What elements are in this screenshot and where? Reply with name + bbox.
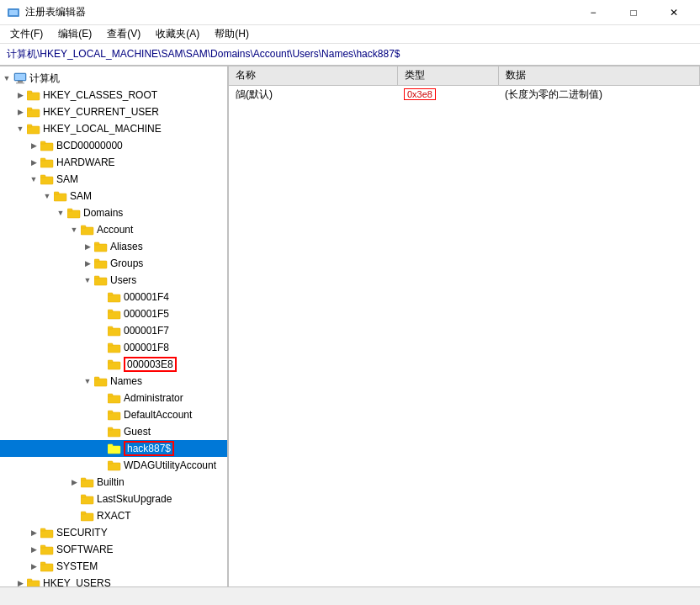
expander-sam2[interactable] xyxy=(40,189,54,203)
svg-rect-83 xyxy=(81,512,86,514)
main-content: 计算机 HKEY_CLASSES_ROOT HKEY_CURRENT_USER … xyxy=(0,66,700,586)
expander-lastsku[interactable] xyxy=(67,492,81,506)
expander-admin[interactable] xyxy=(94,391,108,405)
folder-icon-hklm xyxy=(27,122,40,135)
tree-item-hkcr[interactable]: HKEY_CLASSES_ROOT xyxy=(0,87,227,103)
svg-rect-20 xyxy=(40,158,45,161)
close-button[interactable]: ✕ xyxy=(655,0,693,25)
expander-hardware[interactable] xyxy=(27,156,40,169)
expander-sam[interactable] xyxy=(27,172,40,186)
tree-item-software[interactable]: SOFTWARE xyxy=(0,541,227,558)
tree-item-hkcu[interactable]: HKEY_CURRENT_USER xyxy=(0,103,227,120)
expander-bcd[interactable] xyxy=(27,139,40,152)
tree-item-computer[interactable]: 计算机 xyxy=(0,70,227,87)
tree-item-u1f5[interactable]: 000001F5 xyxy=(0,305,227,322)
menu-view[interactable]: 查看(V) xyxy=(100,25,147,43)
expander-aliases[interactable] xyxy=(81,240,94,253)
svg-rect-17 xyxy=(40,141,45,144)
tree-item-hack887[interactable]: hack887$ xyxy=(0,440,227,457)
expander-u1f7[interactable] xyxy=(94,324,108,337)
tree-label-hardware: HARDWARE xyxy=(56,157,115,168)
svg-rect-64 xyxy=(108,412,120,420)
expander-computer[interactable] xyxy=(0,72,13,85)
tree-item-account[interactable]: Account xyxy=(0,221,227,238)
col-header-type: 类型 xyxy=(397,66,498,85)
tree-label-security: SECURITY xyxy=(56,527,108,539)
expander-security[interactable] xyxy=(27,526,40,539)
tree-item-wdag[interactable]: WDAGUtilityAccount xyxy=(0,457,227,474)
type-badge: 0x3e8 xyxy=(404,88,436,100)
expander-hkcu[interactable] xyxy=(13,105,27,119)
expander-defacc[interactable] xyxy=(94,408,108,422)
menu-edit[interactable]: 编辑(E) xyxy=(51,25,98,43)
tree-item-domains[interactable]: Domains xyxy=(0,204,227,221)
svg-rect-95 xyxy=(27,579,32,581)
menu-favorites[interactable]: 收藏夹(A) xyxy=(149,25,206,43)
folder-icon-rxact xyxy=(81,509,94,523)
expander-names[interactable] xyxy=(81,374,94,388)
tree-item-u1f7[interactable]: 000001F7 xyxy=(0,322,227,339)
table-row[interactable]: 鵮(默认)0x3e8(长度为零的二进制值) xyxy=(229,85,700,103)
expander-u1f8[interactable] xyxy=(94,341,108,354)
tree-item-admin[interactable]: Administrator xyxy=(0,390,227,406)
expander-hkcr[interactable] xyxy=(13,88,27,102)
menu-help[interactable]: 帮助(H) xyxy=(208,25,256,43)
tree-item-defacc[interactable]: DefaultAccount xyxy=(0,406,227,423)
tree-item-sam2[interactable]: SAM xyxy=(0,188,227,204)
expander-hku[interactable] xyxy=(13,576,27,586)
tree-item-u3e8[interactable]: 000003E8 xyxy=(0,356,227,373)
tree-item-hardware[interactable]: HARDWARE xyxy=(0,154,227,171)
tree-item-users[interactable]: Users xyxy=(0,272,227,289)
tree-label-guest: Guest xyxy=(124,426,151,438)
expander-wdag[interactable] xyxy=(94,459,108,472)
svg-rect-85 xyxy=(40,530,53,538)
app-icon xyxy=(7,6,20,19)
svg-rect-31 xyxy=(81,227,93,235)
tree-item-security[interactable]: SECURITY xyxy=(0,524,227,541)
tree-item-u1f8[interactable]: 000001F8 xyxy=(0,339,227,356)
tree-item-hklm[interactable]: HKEY_LOCAL_MACHINE xyxy=(0,120,227,137)
tree-item-aliases[interactable]: Aliases xyxy=(0,238,227,255)
tree-item-u1f4[interactable]: 000001F4 xyxy=(0,289,227,305)
tree-item-lastsku[interactable]: LastSkuUpgrade xyxy=(0,491,227,507)
minimize-button[interactable]: − xyxy=(574,0,612,25)
tree-item-hku[interactable]: HKEY_USERS xyxy=(0,575,227,586)
svg-rect-65 xyxy=(108,411,113,413)
expander-system[interactable] xyxy=(27,560,40,573)
svg-rect-49 xyxy=(108,328,120,336)
expander-u3e8[interactable] xyxy=(94,358,108,371)
expander-builtin[interactable] xyxy=(67,475,81,489)
tree-item-sam[interactable]: SAM xyxy=(0,171,227,188)
expander-account[interactable] xyxy=(67,223,81,236)
svg-rect-92 xyxy=(40,562,45,565)
folder-icon-system xyxy=(40,560,54,573)
svg-rect-82 xyxy=(81,513,93,521)
expander-domains[interactable] xyxy=(54,206,67,220)
expander-hack887[interactable] xyxy=(94,442,108,455)
svg-rect-56 xyxy=(108,360,113,363)
tree-item-names[interactable]: Names xyxy=(0,373,227,390)
expander-rxact[interactable] xyxy=(67,509,81,523)
tree-item-guest[interactable]: Guest xyxy=(0,423,227,440)
maximize-button[interactable]: □ xyxy=(614,0,653,25)
tree-item-builtin[interactable]: Builtin xyxy=(0,474,227,491)
expander-users[interactable] xyxy=(81,273,94,287)
tree-label-hkcr: HKEY_CLASSES_ROOT xyxy=(43,89,157,101)
title-bar-controls: − □ ✕ xyxy=(574,0,693,25)
tree-item-system[interactable]: SYSTEM xyxy=(0,558,227,575)
svg-rect-3 xyxy=(15,74,25,80)
tree-item-groups[interactable]: Groups xyxy=(0,255,227,272)
expander-u1f4[interactable] xyxy=(94,290,108,304)
address-text: 计算机\HKEY_LOCAL_MACHINE\SAM\SAM\Domains\A… xyxy=(7,47,400,61)
svg-rect-34 xyxy=(94,244,107,252)
expander-software[interactable] xyxy=(27,543,40,556)
cell-name: 鵮(默认) xyxy=(229,85,397,103)
expander-guest[interactable] xyxy=(94,425,108,438)
expander-groups[interactable] xyxy=(81,257,94,270)
menu-file[interactable]: 文件(F) xyxy=(3,25,50,43)
expander-u1f5[interactable] xyxy=(94,307,108,321)
expander-hklm[interactable] xyxy=(13,122,27,135)
tree-panel[interactable]: 计算机 HKEY_CLASSES_ROOT HKEY_CURRENT_USER … xyxy=(0,66,229,586)
tree-item-rxact[interactable]: RXACT xyxy=(0,507,227,524)
tree-item-bcd[interactable]: BCD00000000 xyxy=(0,137,227,154)
